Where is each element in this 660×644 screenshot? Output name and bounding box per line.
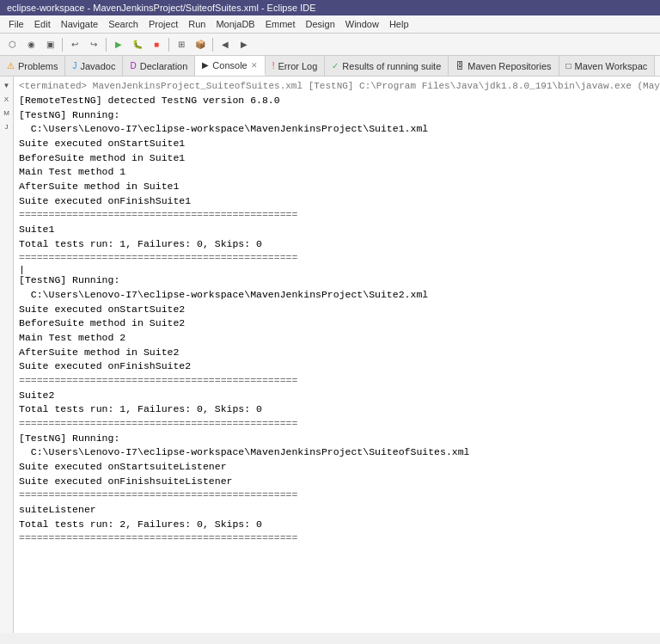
toolbar-btn-3[interactable]: ▣ xyxy=(41,36,58,53)
console-line-0: [RemoteTestNG] detected TestNG version 6… xyxy=(19,94,655,108)
tab-results-label: Results of running suite xyxy=(342,61,441,71)
side-btn-1[interactable]: ▼ xyxy=(2,80,12,90)
maven-repos-icon: 🗄 xyxy=(455,61,464,71)
toolbar-btn-stop[interactable]: ■ xyxy=(148,36,165,53)
console-line-26: Total tests run: 1, Failures: 0, Skips: … xyxy=(19,402,655,417)
tab-problems-label: Problems xyxy=(18,61,58,71)
console-line-20: Main Test method 2 xyxy=(19,331,655,346)
console-line-32: Suite executed onStartsuiteListener xyxy=(19,460,655,475)
tab-maven-ws-label: Maven Workspac xyxy=(575,61,648,71)
console-line-6: Main Test method 1 xyxy=(19,165,655,180)
tab-results[interactable]: ✓ Results of running suite xyxy=(325,56,449,76)
menu-navigate[interactable]: Navigate xyxy=(56,17,103,31)
menu-design[interactable]: Design xyxy=(301,17,340,31)
menu-monjadb[interactable]: MonjaDB xyxy=(211,17,260,31)
results-icon: ✓ xyxy=(332,61,339,71)
console-line-16: C:\Users\Lenovo-I7\eclipse-workspace\Mav… xyxy=(19,288,655,303)
tab-maven-ws[interactable]: □ Maven Workspac xyxy=(559,56,656,76)
side-btn-2[interactable]: X xyxy=(2,94,12,104)
console-line-36: suiteListener xyxy=(19,503,655,518)
toolbar-btn-run[interactable]: ▶ xyxy=(110,36,127,53)
console-line-10: ========================================… xyxy=(19,208,655,223)
title-bar: eclipse-workspace - MavenJenkinsProject/… xyxy=(0,0,660,15)
console-line-19: BeforeSuite method in Suite2 xyxy=(19,316,655,331)
tab-errorlog[interactable]: ! Error Log xyxy=(266,56,326,76)
menu-run[interactable]: Run xyxy=(183,17,211,31)
console-output[interactable]: <terminated> MavenJenkinsProject_Suiteof… xyxy=(14,77,660,633)
console-line-37: Total tests run: 2, Failures: 0, Skips: … xyxy=(19,518,655,532)
console-line-33: Suite executed onFinishsuiteListener xyxy=(19,475,655,489)
console-line-38: ========================================… xyxy=(19,531,655,546)
menu-edit[interactable]: Edit xyxy=(29,17,56,31)
tab-console[interactable]: ▶ Console ✕ xyxy=(195,56,265,76)
toolbar-btn-new[interactable]: ⊞ xyxy=(173,36,190,53)
tab-javadoc[interactable]: J Javadoc xyxy=(65,56,123,76)
console-line-25: Suite2 xyxy=(19,389,655,403)
console-line-24: ========================================… xyxy=(19,374,655,389)
console-line-12: Total tests run: 1, Failures: 0, Skips: … xyxy=(19,237,655,252)
console-line-27: ========================================… xyxy=(19,417,655,432)
console-lines-container: [RemoteTestNG] detected TestNG version 6… xyxy=(19,94,655,546)
toolbar-btn-2[interactable]: ◉ xyxy=(22,36,40,53)
tab-console-close[interactable]: ✕ xyxy=(251,61,258,70)
menu-project[interactable]: Project xyxy=(144,17,183,31)
console-line-2: C:\Users\Lenovo-I7\eclipse-workspace\Mav… xyxy=(19,122,655,137)
menu-bar: File Edit Navigate Search Project Run Mo… xyxy=(0,15,660,34)
errorlog-icon: ! xyxy=(272,61,275,71)
javadoc-icon: J xyxy=(72,61,76,71)
terminated-line: <terminated> MavenJenkinsProject_Suiteof… xyxy=(19,80,655,94)
console-line-11: Suite1 xyxy=(19,223,655,237)
tab-problems[interactable]: ⚠ Problems xyxy=(0,56,65,76)
title-text: eclipse-workspace - MavenJenkinsProject/… xyxy=(7,3,315,13)
tab-console-label: Console xyxy=(212,60,247,71)
console-line-7: AfterSuite method in Suite1 xyxy=(19,180,655,194)
toolbar-btn-1[interactable]: ⬡ xyxy=(3,36,21,53)
menu-file[interactable]: File xyxy=(3,17,29,31)
toolbar-btn-pkg[interactable]: 📦 xyxy=(192,36,209,53)
console-line-22: Suite executed onFinishSuite2 xyxy=(19,359,655,374)
declaration-icon: D xyxy=(130,61,136,71)
toolbar-btn-4[interactable]: ↩ xyxy=(66,36,83,53)
toolbar-sep-4 xyxy=(212,38,213,52)
maven-ws-icon: □ xyxy=(566,61,571,71)
console-line-4: Suite executed onStartSuite1 xyxy=(19,137,655,151)
toolbar-btn-5[interactable]: ↪ xyxy=(85,36,102,53)
toolbar-sep-3 xyxy=(168,38,169,52)
menu-emmet[interactable]: Emmet xyxy=(260,17,301,31)
console-line-8: Suite executed onFinishSuite1 xyxy=(19,194,655,209)
tab-declaration[interactable]: D Declaration xyxy=(123,56,195,76)
tab-errorlog-label: Error Log xyxy=(278,61,317,71)
toolbar: ⬡ ◉ ▣ ↩ ↪ ▶ 🐛 ■ ⊞ 📦 ◀ ▶ xyxy=(0,34,660,56)
menu-help[interactable]: Help xyxy=(384,17,414,31)
tab-javadoc-label: Javadoc xyxy=(80,61,115,71)
console-line-30: C:\Users\Lenovo-I7\eclipse-workspace\Mav… xyxy=(19,445,655,460)
console-line-29: [TestNG] Running: xyxy=(19,432,655,446)
problems-icon: ⚠ xyxy=(7,61,15,71)
console-icon: ▶ xyxy=(202,60,209,70)
console-line-5: BeforeSuite method in Suite1 xyxy=(19,151,655,166)
console-line-14: | xyxy=(19,266,655,273)
tab-declaration-label: Declaration xyxy=(140,61,188,71)
console-line-35: ========================================… xyxy=(19,488,655,503)
side-btn-4[interactable]: J xyxy=(2,121,12,132)
console-line-1: [TestNG] Running: xyxy=(19,108,655,123)
toolbar-btn-debug[interactable]: 🐛 xyxy=(129,36,146,53)
side-btn-3[interactable]: M xyxy=(2,107,12,118)
console-line-13: ========================================… xyxy=(19,251,655,266)
menu-search[interactable]: Search xyxy=(103,17,144,31)
menu-window[interactable]: Window xyxy=(340,17,384,31)
toolbar-sep-2 xyxy=(106,38,107,52)
toolbar-sep-1 xyxy=(62,38,63,52)
side-strip: ▼ X M J xyxy=(0,77,14,633)
console-line-21: AfterSuite method in Suite2 xyxy=(19,346,655,360)
tab-maven-repos-label: Maven Repositories xyxy=(468,61,551,71)
console-line-18: Suite executed onStartSuite2 xyxy=(19,303,655,317)
console-line-15: [TestNG] Running: xyxy=(19,273,655,288)
main-area: ▼ X M J <terminated> MavenJenkinsProject… xyxy=(0,77,660,633)
tab-maven-repos[interactable]: 🗄 Maven Repositories xyxy=(449,56,559,76)
tabs-container: ⚠ Problems J Javadoc D Declaration ▶ Con… xyxy=(0,56,660,77)
toolbar-btn-prev[interactable]: ◀ xyxy=(217,36,234,53)
toolbar-btn-next[interactable]: ▶ xyxy=(235,36,253,53)
